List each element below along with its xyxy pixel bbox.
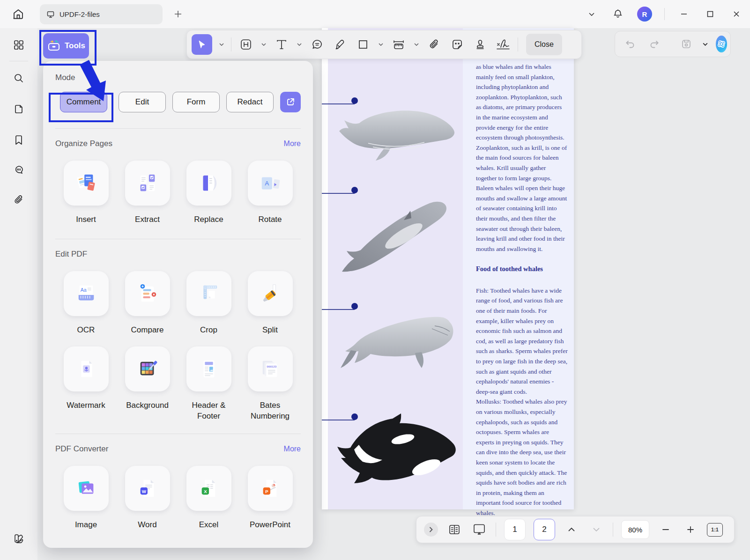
tool-split[interactable]: Split: [239, 271, 301, 335]
mode-button-row: Comment Edit Form Redact: [55, 90, 301, 114]
ai-assistant-button[interactable]: [716, 36, 727, 52]
undo-icon: [624, 38, 636, 50]
highlighter-icon: [334, 38, 346, 51]
page-thumbnails-icon: [13, 103, 24, 115]
heading-tool-button[interactable]: [238, 34, 254, 55]
toolbar-divider: [518, 37, 518, 52]
tool-convert-powerpoint[interactable]: P PowerPoint: [239, 466, 301, 530]
avatar[interactable]: R: [637, 7, 652, 22]
humpback-whale-image: [335, 102, 458, 164]
tool-extract[interactable]: Extract: [117, 161, 178, 225]
new-tab-button[interactable]: [171, 7, 185, 21]
reading-view-button[interactable]: [446, 519, 463, 540]
bates-numbering-icon: 000123: [260, 358, 281, 380]
page-down-button[interactable]: [588, 519, 605, 540]
minimize-button[interactable]: [677, 7, 691, 21]
tool-convert-image[interactable]: Image: [55, 466, 117, 530]
sperm-whale-image: [334, 309, 454, 375]
pdf-converter-grid: Image W Word: [55, 466, 301, 530]
sidebar-comments-button[interactable]: [8, 160, 29, 180]
tool-watermark[interactable]: Watermark: [55, 346, 117, 421]
sidebar-bookmarks-button[interactable]: [8, 130, 29, 150]
stamp-button[interactable]: [472, 34, 489, 55]
heading-tool-chevron[interactable]: [260, 42, 267, 47]
tool-compare[interactable]: Compare: [117, 271, 178, 335]
sidebar-divider: [9, 61, 28, 61]
signature-button[interactable]: [495, 34, 512, 55]
pdf-page: as blue whales and fin whales mainly fee…: [322, 28, 574, 509]
compare-icon: [137, 283, 158, 304]
select-tool-chevron[interactable]: [218, 42, 225, 47]
reading-view-icon: [448, 523, 461, 536]
page-down-icon: [592, 525, 601, 534]
tool-header-footer[interactable]: Header & Footer: [178, 346, 239, 421]
tool-label: Image: [75, 519, 97, 530]
header-footer-icon: [198, 358, 220, 380]
tool-convert-excel[interactable]: X Excel: [178, 466, 239, 530]
undo-button[interactable]: [622, 34, 639, 54]
statusbar-divider: [496, 523, 496, 537]
highlighter-button[interactable]: [332, 34, 349, 55]
sidebar-apps-button[interactable]: [8, 35, 29, 55]
zoom-in-button[interactable]: [682, 519, 699, 540]
tool-insert[interactable]: Insert: [55, 161, 117, 225]
sidebar-attachments-button[interactable]: [8, 190, 29, 210]
pdf-converter-more-link[interactable]: More: [284, 445, 301, 453]
tool-bates-numbering[interactable]: 000123 Bates Numbering: [239, 346, 301, 421]
measure-tool-button[interactable]: [390, 34, 407, 55]
sidebar-pages-button[interactable]: [8, 99, 29, 119]
page-up-button[interactable]: [563, 519, 580, 540]
notifications-button[interactable]: [611, 7, 625, 21]
tools-button[interactable]: Tools: [43, 33, 89, 59]
mode-form-button[interactable]: Form: [172, 92, 220, 112]
redo-icon: [649, 38, 660, 50]
crop-icon: [198, 283, 220, 304]
pdf-converter-title: PDF Converter: [55, 444, 108, 454]
home-button[interactable]: [7, 3, 29, 25]
annotation-dot[interactable]: [351, 187, 358, 193]
new-tab-plus-icon: [173, 9, 183, 19]
maximize-button[interactable]: [703, 7, 717, 21]
tool-replace[interactable]: Replace: [178, 161, 239, 225]
organize-pages-more-link[interactable]: More: [284, 140, 301, 148]
note-comment-button[interactable]: [309, 34, 326, 55]
redo-button[interactable]: [646, 34, 663, 54]
sticker-button[interactable]: [449, 34, 466, 55]
text-tool-button[interactable]: [273, 34, 290, 55]
mode-edit-button[interactable]: Edit: [119, 92, 166, 112]
tool-crop[interactable]: Crop: [178, 271, 239, 335]
sidebar-swatches-button[interactable]: [8, 528, 29, 549]
tool-convert-word[interactable]: W Word: [117, 466, 178, 530]
measure-tool-chevron[interactable]: [413, 42, 420, 47]
expand-panel-button[interactable]: [424, 523, 438, 537]
close-toolbar-button[interactable]: Close: [526, 34, 562, 55]
page-number-1[interactable]: 1: [504, 519, 526, 540]
zoom-level-box[interactable]: 80%: [621, 520, 649, 539]
save-button[interactable]: [678, 34, 695, 54]
save-options-chevron[interactable]: [702, 41, 708, 47]
slideshow-button[interactable]: [471, 519, 488, 540]
tool-label: Extract: [135, 214, 160, 225]
attach-file-button[interactable]: [426, 34, 443, 55]
select-tool-button[interactable]: [192, 34, 212, 55]
mode-comment-button[interactable]: Comment: [60, 92, 107, 112]
tools-panel: Mode Comment Edit Form Redact Organize P…: [43, 61, 313, 548]
shape-tool-chevron[interactable]: [378, 42, 384, 47]
document-tab[interactable]: UPDF-2-files: [40, 4, 163, 24]
annotation-dot[interactable]: [351, 303, 358, 309]
text-tool-chevron[interactable]: [296, 42, 303, 47]
zoom-out-button[interactable]: [657, 519, 674, 540]
close-window-button[interactable]: [729, 7, 743, 21]
tab-list-button[interactable]: [585, 7, 599, 21]
tool-background[interactable]: Background: [117, 346, 178, 421]
tool-ocr[interactable]: Aa OCR: [55, 271, 117, 335]
tool-rotate[interactable]: A Rotate: [239, 161, 301, 225]
tool-label: Excel: [199, 519, 219, 530]
open-in-window-button[interactable]: [280, 92, 301, 112]
actual-size-button[interactable]: 1:1: [707, 523, 723, 537]
mode-redact-button[interactable]: Redact: [226, 92, 274, 112]
sidebar-search-button[interactable]: [8, 68, 29, 88]
page-number-2-current[interactable]: 2: [534, 519, 555, 540]
extract-pages-icon: [137, 172, 158, 194]
shape-tool-button[interactable]: [355, 34, 371, 55]
